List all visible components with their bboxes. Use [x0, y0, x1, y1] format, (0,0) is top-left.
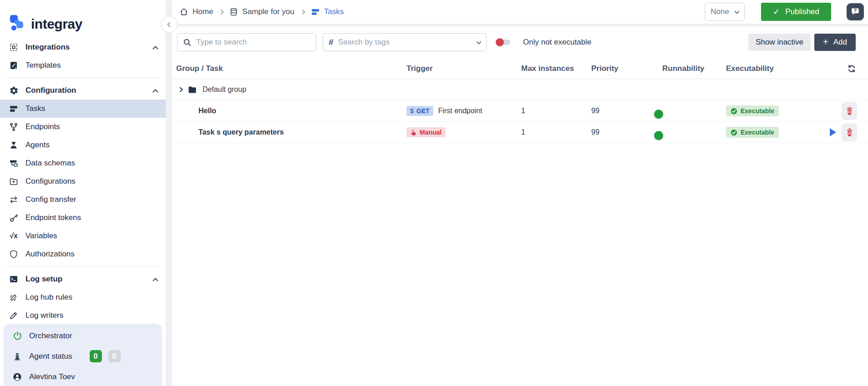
sidebar-item-label: Agent status — [29, 352, 72, 361]
sidebar-item-label: Templates — [25, 61, 61, 70]
sidebar-item-variables[interactable]: √x Variables — [0, 227, 166, 245]
column-executability: Executability — [726, 64, 827, 73]
sidebar-divider — [6, 78, 159, 78]
app-root: integray Integrations — [0, 0, 868, 386]
executable-badge: Executable — [726, 105, 779, 116]
sidebar-collapse-button[interactable] — [161, 16, 178, 33]
run-task-button[interactable] — [830, 128, 836, 136]
search-icon — [183, 38, 192, 47]
breadcrumb-home[interactable]: Home — [179, 7, 213, 16]
tasks-icon — [311, 7, 320, 16]
check-icon: ✓ — [773, 7, 780, 17]
trash-icon — [846, 128, 853, 137]
delete-button[interactable] — [842, 123, 857, 141]
sidebar-rail — [166, 0, 172, 386]
tags-search-input[interactable] — [338, 38, 472, 47]
pen-rules-icon — [8, 292, 19, 303]
plus-icon: + — [823, 37, 828, 47]
delete-button[interactable] — [842, 102, 857, 120]
show-inactive-button[interactable]: Show inactive — [748, 34, 811, 51]
task-name[interactable]: Task s query parameters — [176, 128, 406, 136]
breadcrumb-label: Home — [193, 7, 213, 16]
sidebar-item-integrations[interactable]: Integrations — [0, 38, 166, 56]
beacon-icon — [12, 351, 23, 362]
templates-icon — [8, 60, 19, 71]
table-row-task-query-parameters[interactable]: Task s query parameters Manual 1 99 — [172, 122, 868, 143]
task-name[interactable]: Hello — [176, 107, 406, 115]
version-select[interactable]: None — [705, 3, 745, 21]
gear-icon — [8, 85, 19, 96]
only-not-executable-toggle[interactable] — [497, 40, 510, 45]
check-circle-icon — [731, 108, 737, 115]
published-label: Published — [785, 7, 819, 16]
manual-trigger-badge: Manual — [406, 127, 446, 137]
object-group-icon — [8, 42, 19, 53]
priority-value: 99 — [591, 107, 662, 115]
sidebar-item-data-schemas[interactable]: Data schemas — [0, 154, 166, 172]
check-circle-icon — [731, 129, 737, 136]
sidebar-item-log-writers[interactable]: Log writers — [0, 306, 166, 325]
table-group-row[interactable]: Default group — [172, 79, 868, 100]
table-header: Group / Task Trigger Max instances Prior… — [172, 58, 868, 79]
transfer-arrows-icon — [8, 194, 19, 205]
agent-status-offline-badge: 0 — [108, 350, 121, 362]
trash-icon — [846, 107, 853, 115]
variables-icon: √x — [8, 231, 19, 241]
svg-text:?: ? — [854, 8, 857, 13]
sidebar-item-label: Configurations — [25, 177, 76, 186]
dollar-icon: $ — [410, 107, 414, 115]
search-input[interactable] — [196, 38, 310, 47]
sidebar-item-log-hub-rules[interactable]: Log hub rules — [0, 288, 166, 306]
column-priority: Priority — [591, 64, 662, 73]
expand-chevron-icon[interactable] — [178, 87, 183, 92]
chevron-down-icon[interactable] — [476, 39, 481, 44]
add-button[interactable]: + Add — [814, 34, 856, 51]
sidebar-item-label: Data schemas — [25, 159, 75, 168]
sidebar-item-label: Variables — [25, 231, 57, 241]
executable-label: Executable — [741, 129, 774, 136]
refresh-button[interactable] — [847, 64, 856, 73]
sidebar-item-endpoint-tokens[interactable]: Endpoint tokens — [0, 209, 166, 227]
table-row-hello[interactable]: Hello $ GET First endpoint 1 99 — [172, 100, 868, 122]
sidebar-item-label: Log hub rules — [25, 293, 72, 302]
breadcrumb-tasks[interactable]: Tasks — [311, 7, 344, 16]
sidebar-item-authorizations[interactable]: Authorizations — [0, 245, 166, 263]
topbar-right: None ✓ Published ? — [705, 3, 864, 21]
shield-icon — [8, 249, 19, 260]
sidebar-item-agent-status[interactable]: Agent status 0 0 — [4, 346, 162, 366]
priority-value: 99 — [591, 128, 662, 136]
sidebar-item-log-setup[interactable]: Log setup — [0, 270, 166, 288]
power-icon — [12, 331, 23, 341]
sidebar-item-label: Alevtina Toev — [29, 372, 75, 381]
max-instances-value: 1 — [521, 107, 591, 115]
executable-label: Executable — [741, 107, 774, 115]
sidebar-item-label: Orchestrator — [29, 331, 72, 341]
app-logo[interactable]: integray — [0, 0, 166, 38]
tags-search-box: # — [323, 33, 487, 51]
tasks-icon — [8, 103, 19, 114]
logo-text: integray — [31, 16, 82, 32]
sidebar-item-user-account[interactable]: Alevtina Toev — [4, 366, 162, 386]
sidebar-item-endpoints[interactable]: Endpoints — [0, 118, 166, 136]
breadcrumb-company[interactable]: Sample for you — [229, 7, 294, 16]
chevron-up-icon — [152, 45, 158, 51]
sidebar-item-tasks[interactable]: Tasks — [0, 100, 166, 118]
hash-icon: # — [329, 37, 334, 47]
help-button[interactable]: ? — [847, 3, 864, 20]
toggle-knob — [496, 38, 504, 46]
sidebar-item-configuration[interactable]: Configuration — [0, 81, 166, 100]
sidebar-item-config-transfer[interactable]: Config transfer — [0, 190, 166, 209]
sidebar-item-templates[interactable]: Templates — [0, 56, 166, 75]
main-area: Home Sample for you — [172, 0, 868, 386]
breadcrumb-separator-icon — [219, 9, 224, 14]
breadcrumb-label: Tasks — [324, 7, 344, 16]
published-button[interactable]: ✓ Published — [761, 3, 831, 21]
add-label: Add — [833, 38, 847, 47]
column-max-instances: Max instances — [521, 64, 591, 73]
terminal-icon — [8, 274, 19, 285]
trigger-endpoint-name: First endpoint — [438, 107, 482, 115]
sidebar-item-orchestrator[interactable]: Orchestrator — [4, 326, 162, 346]
content-card: # Only not executable Show inactive + Ad… — [172, 26, 868, 386]
sidebar-item-agents[interactable]: Agents — [0, 136, 166, 154]
sidebar-item-configurations[interactable]: Configurations — [0, 172, 166, 190]
